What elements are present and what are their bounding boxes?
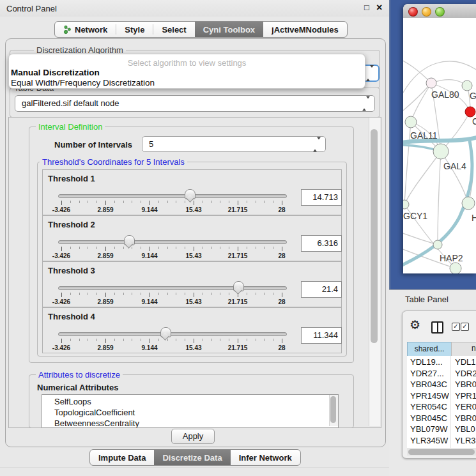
tick-mark — [70, 293, 71, 295]
tick-mark — [105, 339, 106, 343]
tick-label: 28 — [263, 252, 301, 259]
cell-shared-name[interactable]: YER054C — [410, 402, 447, 411]
edge[interactable] — [403, 83, 431, 114]
threshold-4-value-field[interactable]: 11.344 — [301, 327, 342, 344]
node-table[interactable]: YDL19...YDL1YDR27...YDR2YBR043CYBR0YPR14… — [407, 356, 476, 448]
cell-shared-name[interactable]: YDR27... — [410, 369, 444, 378]
tab-style[interactable]: Style — [116, 22, 153, 37]
cell-name[interactable]: YBR0 — [455, 380, 476, 389]
float-window-icon[interactable]: □ — [364, 3, 369, 12]
table-row[interactable]: YBR043CYBR0 — [407, 378, 476, 390]
cell-shared-name[interactable]: YBR045C — [410, 413, 447, 423]
threshold-4-slider-thumb[interactable] — [160, 327, 171, 337]
node-gal80[interactable] — [426, 78, 436, 88]
tick-mark — [141, 247, 141, 249]
cell-name[interactable]: YPR1 — [455, 391, 476, 401]
table-data-select[interactable]: galFiltered.sif default node — [15, 95, 375, 112]
number-of-intervals-select[interactable]: 5 — [142, 136, 326, 152]
tick-mark — [79, 339, 80, 341]
node-ga[interactable] — [462, 81, 472, 91]
dropdown-option-equal-width-frequency-discretization[interactable]: Equal Width/Frequency Discretization — [11, 78, 155, 88]
table-row[interactable]: YLR345WYLR3 — [407, 434, 476, 446]
tab-jactivemnodules[interactable]: jActiveMNodules — [263, 22, 347, 37]
attribute-item-betweennesscentrality[interactable]: BetweennessCentrality — [54, 418, 139, 428]
threshold-1-value-field[interactable]: 14.713 — [301, 189, 342, 206]
threshold-2-value-field[interactable]: 6.316 — [301, 235, 342, 252]
table-row[interactable]: YPR145WYPR1 — [407, 390, 476, 401]
edge[interactable] — [438, 151, 441, 245]
column-layout-icon[interactable] — [431, 321, 443, 334]
tab-select[interactable]: Select — [153, 22, 194, 37]
close-icon[interactable]: × — [376, 2, 382, 13]
tab-network[interactable]: Network — [55, 22, 116, 37]
checkbox-icon[interactable]: ✓ — [452, 323, 460, 331]
gear-icon[interactable]: ⚙ — [410, 319, 420, 332]
column-header-name[interactable]: na — [451, 342, 476, 357]
tab-impute-data[interactable]: Impute Data — [90, 450, 154, 465]
node-partial[interactable] — [450, 263, 461, 273]
numerical-attributes-list[interactable]: SelfLoopsTopologicalCoefficientBetweenne… — [42, 394, 339, 428]
cell-name[interactable]: YDR2 — [455, 369, 476, 378]
cell-shared-name[interactable]: YDL19... — [410, 357, 443, 367]
edge[interactable] — [441, 151, 468, 203]
table-row[interactable]: YER054CYER0 — [407, 401, 476, 412]
cell-name[interactable]: YBL0 — [455, 424, 475, 434]
close-traffic-light-icon[interactable] — [408, 7, 418, 17]
cell-name[interactable]: YLR3 — [455, 436, 476, 445]
cell-shared-name[interactable]: YLR345W — [410, 436, 448, 445]
table-panel-title: Table Panel — [405, 295, 449, 304]
cell-name[interactable]: YDL1 — [455, 357, 476, 367]
node-hap2[interactable] — [433, 240, 442, 249]
attributes-scrollbar-thumb[interactable] — [330, 396, 336, 423]
tick-mark — [176, 339, 176, 341]
attribute-item-topologicalcoefficient[interactable]: TopologicalCoefficient — [54, 407, 135, 418]
attribute-item-selfloops[interactable]: SelfLoops — [54, 396, 91, 407]
threshold-1-slider-thumb[interactable] — [185, 189, 196, 199]
cell-name[interactable]: YBR0 — [455, 413, 476, 423]
network-window-titlebar[interactable] — [403, 4, 476, 19]
threshold-2-slider-thumb[interactable] — [124, 235, 135, 245]
cell-shared-name[interactable]: YPR145W — [410, 391, 449, 401]
threshold-3-slider-track[interactable] — [58, 286, 287, 290]
node-gal4[interactable] — [433, 144, 449, 159]
node-gcy1[interactable] — [403, 200, 409, 209]
edge[interactable] — [403, 59, 431, 83]
cell-shared-name[interactable]: YBR043C — [410, 380, 447, 389]
node-gal11[interactable] — [405, 116, 417, 128]
table-row[interactable]: YBR045CYBR0 — [407, 412, 476, 424]
threshold-4-slider-track[interactable] — [58, 332, 287, 336]
edge[interactable] — [411, 83, 431, 122]
tab-cyni-toolbox-label: Cyni Toolbox — [203, 25, 255, 35]
tab-infer-network[interactable]: Infer Network — [231, 450, 300, 465]
threshold-3-slider-thumb[interactable] — [233, 281, 244, 291]
edge[interactable] — [404, 151, 441, 204]
cell-shared-name[interactable]: YBL079W — [410, 424, 448, 434]
table-row[interactable]: YBL079WYBL0 — [407, 423, 476, 434]
tick-mark — [132, 247, 132, 249]
column-header-shared[interactable]: shared... — [407, 342, 452, 357]
tick-label: 9.144 — [130, 252, 169, 259]
zoom-traffic-light-icon[interactable] — [435, 7, 445, 17]
tick-mark — [282, 201, 282, 205]
minimize-traffic-light-icon[interactable] — [422, 7, 431, 17]
tab-discretize-data[interactable]: Discretize Data — [154, 450, 230, 465]
table-row[interactable]: YDR27...YDR2 — [407, 367, 476, 379]
tick-mark — [96, 339, 97, 341]
threshold-3-value-field[interactable]: 21.4 — [301, 281, 342, 298]
settings-scrollbar-thumb[interactable] — [371, 129, 378, 343]
dropdown-hint: Select algorithm to view settings — [9, 58, 365, 68]
threshold-1-slider-track[interactable] — [58, 194, 287, 198]
node-c[interactable] — [465, 107, 475, 117]
tick-mark — [61, 247, 62, 251]
tab-cyni-toolbox[interactable]: Cyni Toolbox — [195, 22, 263, 37]
network-canvas[interactable]: GAL80GACGAL11GAL4GCY1HHAP2 — [403, 18, 476, 273]
edge[interactable] — [403, 232, 438, 245]
table-hscrollbar-thumb[interactable] — [408, 449, 475, 455]
checkbox-icon[interactable]: ✓ — [461, 323, 469, 331]
node-h[interactable] — [462, 197, 475, 210]
apply-button[interactable]: Apply — [171, 429, 215, 444]
table-row[interactable]: YDL19...YDL1 — [407, 356, 476, 367]
threshold-2-slider-track[interactable] — [58, 240, 287, 244]
dropdown-option-manual-discretization[interactable]: Manual Discretization — [11, 68, 100, 77]
cell-name[interactable]: YER0 — [455, 402, 476, 411]
